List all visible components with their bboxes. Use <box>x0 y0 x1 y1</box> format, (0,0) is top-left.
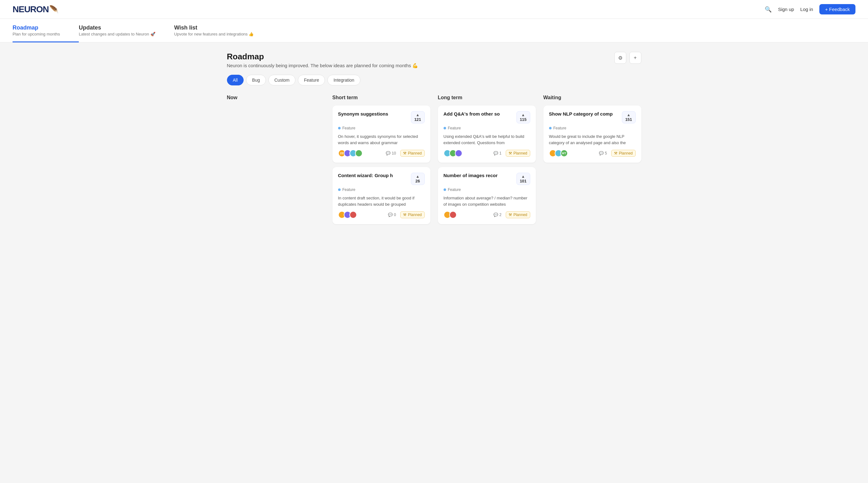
vote-button[interactable]: ▲ 115 <box>517 111 530 123</box>
header: NEURON🪶 🔍 Sign up Log in + Feedback <box>0 0 868 19</box>
card-type: Feature <box>338 126 425 130</box>
card-description: On hover, it suggests synonyms for selec… <box>338 133 425 146</box>
planned-icon: ⚒ <box>614 151 618 155</box>
avatar-group <box>443 211 455 218</box>
comment-icon: 💬 <box>494 151 498 155</box>
planned-label: Planned <box>408 213 422 217</box>
filter-icon-button[interactable]: ⚙ <box>614 52 626 64</box>
comment-number: 0 <box>394 213 396 217</box>
card-meta: 💬 1 ⚒ Planned <box>494 150 530 157</box>
type-dot <box>443 188 446 191</box>
vote-button[interactable]: ▲ 121 <box>411 111 425 123</box>
card-images-record: Number of images recor ▲ 101 Feature Inf… <box>438 167 536 224</box>
column-short-term: Short term Synonym suggestions ▲ 121 Fea… <box>333 95 430 229</box>
column-now: Now <box>227 95 325 229</box>
search-icon[interactable]: 🔍 <box>765 6 772 13</box>
filter-integration[interactable]: Integration <box>328 75 360 85</box>
feedback-button[interactable]: + Feedback <box>819 4 856 14</box>
comment-count: 💬 0 <box>388 213 396 217</box>
nav-tabs: Roadmap Plan for upcoming months Updates… <box>0 19 868 42</box>
vote-button[interactable]: ▲ 101 <box>517 173 530 185</box>
signup-button[interactable]: Sign up <box>778 7 794 12</box>
card-title: Synonym suggestions <box>338 111 408 117</box>
comment-count: 💬 5 <box>599 151 607 155</box>
card-meta: 💬 5 ⚒ Planned <box>599 150 636 157</box>
planned-badge: ⚒ Planned <box>506 211 530 218</box>
planned-icon: ⚒ <box>403 151 406 155</box>
filter-custom[interactable]: Custom <box>269 75 296 85</box>
vote-count: 121 <box>414 117 421 122</box>
card-header: Show NLP category of comp ▲ 151 <box>549 111 636 123</box>
card-footer: WT 💬 5 ⚒ Planned <box>549 150 636 157</box>
card-title: Show NLP category of comp <box>549 111 619 117</box>
planned-icon: ⚒ <box>508 151 512 155</box>
filter-bug[interactable]: Bug <box>246 75 266 85</box>
page-subtitle: Neuron is continuously being improved. T… <box>227 63 418 68</box>
comment-icon: 💬 <box>494 213 498 217</box>
card-description: Would be great to include the google NLP… <box>549 133 636 146</box>
planned-badge: ⚒ Planned <box>506 150 530 157</box>
card-qa-other: Add Q&A's from other so ▲ 115 Feature Us… <box>438 105 536 163</box>
card-title: Number of images recor <box>443 173 513 178</box>
planned-icon: ⚒ <box>403 213 406 217</box>
comment-number: 10 <box>392 151 396 155</box>
card-header: Content wizard: Group h ▲ 26 <box>338 173 425 185</box>
tab-updates[interactable]: Updates Latest changes and updates to Ne… <box>79 19 174 42</box>
planned-badge: ⚒ Planned <box>400 211 425 218</box>
avatar-group <box>443 150 461 157</box>
comment-icon: 💬 <box>388 213 393 217</box>
card-content-wizard: Content wizard: Group h ▲ 26 Feature In … <box>333 167 430 224</box>
page-header-left: Roadmap Neuron is continuously being imp… <box>227 52 418 68</box>
tab-wishlist-subtitle: Upvote for new features and integrations… <box>174 32 254 36</box>
comment-count: 💬 1 <box>494 151 502 155</box>
avatar: WT <box>560 150 568 157</box>
planned-label: Planned <box>513 151 527 155</box>
vote-count: 151 <box>625 117 632 122</box>
planned-label: Planned <box>408 151 422 155</box>
vote-up-icon: ▲ <box>416 174 420 179</box>
type-dot <box>549 127 552 129</box>
card-type: Feature <box>443 187 530 192</box>
filter-all[interactable]: All <box>227 75 244 85</box>
card-synonym-suggestions: Synonym suggestions ▲ 121 Feature On hov… <box>333 105 430 163</box>
tab-wishlist[interactable]: Wish list Upvote for new features and in… <box>174 19 273 42</box>
comment-icon: 💬 <box>386 151 391 155</box>
avatar-group: ZE <box>338 150 361 157</box>
planned-badge: ⚒ Planned <box>611 150 636 157</box>
type-label: Feature <box>342 126 355 130</box>
add-button[interactable]: + <box>629 52 641 64</box>
comment-count: 💬 2 <box>494 213 502 217</box>
type-label: Feature <box>342 187 355 192</box>
vote-button[interactable]: ▲ 151 <box>622 111 636 123</box>
vote-up-icon: ▲ <box>521 113 525 117</box>
avatar-group: WT <box>549 150 566 157</box>
comment-number: 2 <box>499 213 502 217</box>
logo[interactable]: NEURON🪶 <box>12 4 58 14</box>
card-description: Using extended Q&A's will be helpful to … <box>443 133 530 146</box>
card-footer: 💬 1 ⚒ Planned <box>443 150 530 157</box>
card-title: Add Q&A's from other so <box>443 111 513 117</box>
card-meta: 💬 2 ⚒ Planned <box>494 211 530 218</box>
type-label: Feature <box>553 126 566 130</box>
filter-feature[interactable]: Feature <box>298 75 325 85</box>
card-footer: 💬 2 ⚒ Planned <box>443 211 530 218</box>
plus-icon: + <box>634 55 637 61</box>
column-long-term-title: Long term <box>438 95 536 100</box>
tab-roadmap-subtitle: Plan for upcoming months <box>12 32 60 36</box>
login-button[interactable]: Log in <box>800 7 813 12</box>
logo-icon: 🪶 <box>49 5 58 14</box>
column-waiting: Waiting Show NLP category of comp ▲ 151 … <box>544 95 641 229</box>
avatar-group <box>338 211 355 218</box>
avatar <box>349 211 357 218</box>
vote-button[interactable]: ▲ 26 <box>411 173 425 185</box>
tab-wishlist-title: Wish list <box>174 25 254 31</box>
header-actions: 🔍 Sign up Log in + Feedback <box>765 4 856 14</box>
type-dot <box>443 127 446 129</box>
filter-bar: All Bug Custom Feature Integration <box>227 75 641 85</box>
card-type: Feature <box>338 187 425 192</box>
tab-roadmap[interactable]: Roadmap Plan for upcoming months <box>12 19 79 42</box>
avatar <box>355 150 363 157</box>
tab-updates-subtitle: Latest changes and updates to Neuron 🚀 <box>79 32 155 36</box>
comment-count: 💬 10 <box>386 151 396 155</box>
avatar <box>455 150 462 157</box>
